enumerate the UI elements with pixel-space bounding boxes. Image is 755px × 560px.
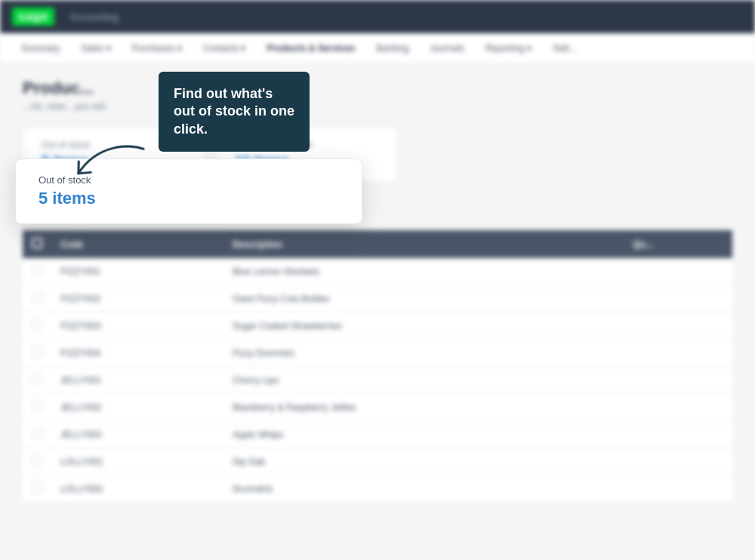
page-subtitle: ...cts, view... you sell. (23, 101, 732, 112)
cell-code: LOLLY002 (51, 475, 223, 503)
select-all-checkbox[interactable] (32, 238, 42, 248)
toolbar-icon-2[interactable]: ⊞ (114, 203, 135, 224)
toolbar-icon-1[interactable]: ⊕ (87, 203, 108, 224)
table-row[interactable]: FIZZY004 Fizzy Dummies (23, 340, 732, 367)
sage-logo: sage (12, 8, 54, 26)
table-row[interactable]: JELLY003 Apple Whips (23, 421, 732, 448)
page-content: Produc... ...cts, view... you sell. Out … (0, 63, 755, 518)
cell-quantity (624, 258, 733, 285)
row-checkbox[interactable] (32, 346, 42, 357)
page-title: Produc... (23, 78, 732, 98)
cell-code: JELLY002 (51, 394, 223, 421)
selected-label: 0 Selected (23, 205, 81, 222)
row-checkbox[interactable] (32, 319, 42, 330)
nav-sales[interactable]: Sales ▾ (72, 37, 119, 60)
cell-code: JELLY001 (51, 367, 223, 394)
secondary-nav: Summary Sales ▾ Purchases ▾ Contacts ▾ P… (0, 33, 755, 63)
nav-reporting[interactable]: Reporting ▾ (476, 37, 541, 60)
cell-description: Apple Whips (223, 421, 624, 448)
products-table: Code Description Qu... FIZZY001 Blue Lem… (23, 230, 732, 503)
table-row[interactable]: FIZZY002 Giant Fizzy Cola Bottles (23, 285, 732, 312)
cell-quantity (624, 394, 733, 421)
cell-code: FIZZY002 (51, 285, 223, 312)
table-row[interactable]: LOLLY001 Dip Dab (23, 448, 732, 475)
out-of-stock-card-bg[interactable]: Out of stock 5 items (23, 127, 204, 182)
col-description: Description (223, 230, 624, 258)
row-checkbox[interactable] (32, 292, 42, 303)
stats-row: Out of stock 5 items Below reorder level… (23, 127, 732, 182)
top-nav: sage Accounting (0, 0, 755, 33)
cell-description: Sugar Coated Strawberries (223, 312, 624, 340)
cell-code: FIZZY003 (51, 312, 223, 340)
row-checkbox[interactable] (32, 455, 42, 466)
cell-description: Fizzy Dummies (223, 340, 624, 367)
cell-description: Dip Dab (223, 448, 624, 475)
cell-description: Blue Lemon Sherbets (223, 258, 624, 285)
app-container: sage Accounting Summary Sales ▾ Purchase… (0, 0, 755, 560)
out-of-stock-value: 5 items (42, 153, 185, 169)
nav-purchases[interactable]: Purchases ▾ (123, 37, 191, 60)
table-row[interactable]: FIZZY001 Blue Lemon Sherbets (23, 258, 732, 285)
cell-description: Drumstick (223, 475, 624, 503)
row-checkbox[interactable] (32, 374, 42, 384)
cell-description: Blackberry & Raspberry Jellies (223, 394, 624, 421)
cell-quantity (624, 340, 733, 367)
cell-code: LOLLY001 (51, 448, 223, 475)
col-code: Code (51, 230, 223, 258)
below-reorder-card[interactable]: Below reorder level 10 items (216, 127, 397, 182)
cell-quantity (624, 421, 733, 448)
table-row[interactable]: FIZZY003 Sugar Coated Strawberries (23, 312, 732, 340)
blurred-background: sage Accounting Summary Sales ▾ Purchase… (0, 0, 755, 560)
app-name: Accounting (69, 11, 118, 23)
row-checkbox[interactable] (32, 482, 42, 493)
below-reorder-label: Below reorder level (235, 140, 378, 150)
nav-journals[interactable]: Journals (421, 37, 473, 60)
toolbar-icon-5[interactable]: ⊡ (196, 203, 217, 224)
nav-products[interactable]: Products & Services (257, 37, 364, 60)
nav-contacts[interactable]: Contacts ▾ (194, 37, 255, 60)
cell-description: Cherry Lips (223, 367, 624, 394)
out-of-stock-label: Out of stock (42, 140, 185, 150)
cell-description: Giant Fizzy Cola Bottles (223, 285, 624, 312)
cell-code: JELLY003 (51, 421, 223, 448)
toolbar-icon-4[interactable]: ⊠ (168, 203, 190, 224)
cell-quantity (624, 367, 733, 394)
row-checkbox[interactable] (32, 428, 42, 438)
cell-quantity (624, 285, 733, 312)
toolbar-icon-3[interactable]: ⊟ (141, 203, 162, 224)
cell-quantity (624, 312, 733, 340)
toolbar: 0 Selected ⊕ ⊞ ⊟ ⊠ ⊡ (23, 197, 732, 230)
nav-banking[interactable]: Banking (367, 37, 418, 60)
nav-settings[interactable]: Sett... (544, 37, 585, 60)
below-reorder-value: 10 items (235, 153, 378, 169)
row-checkbox[interactable] (32, 265, 42, 275)
table-row[interactable]: JELLY002 Blackberry & Raspberry Jellies (23, 394, 732, 421)
cell-quantity (624, 475, 733, 503)
cell-quantity (624, 448, 733, 475)
col-quantity: Qu... (624, 230, 733, 258)
cell-code: FIZZY004 (51, 340, 223, 367)
cell-code: FIZZY001 (51, 258, 223, 285)
nav-summary[interactable]: Summary (12, 37, 69, 60)
row-checkbox[interactable] (32, 401, 42, 411)
table-row[interactable]: LOLLY002 Drumstick (23, 475, 732, 503)
table-row[interactable]: JELLY001 Cherry Lips (23, 367, 732, 394)
